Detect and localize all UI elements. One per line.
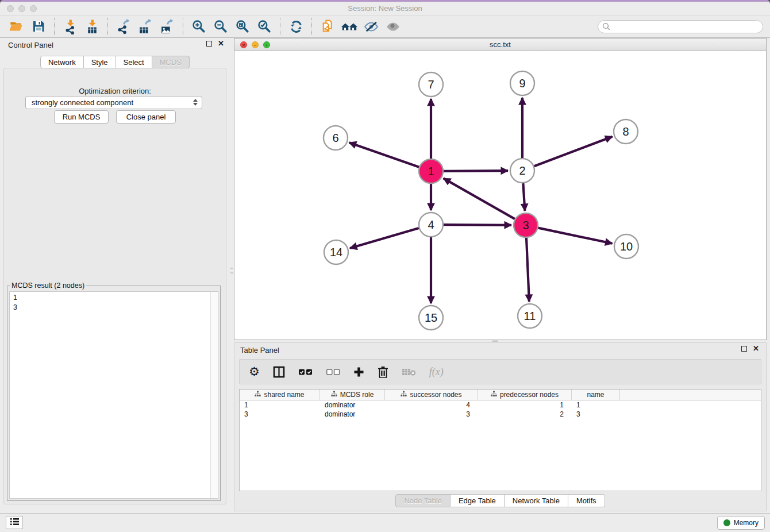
window-accent-border	[0, 0, 770, 2]
shared-column-icon	[401, 391, 407, 399]
add-column-icon[interactable]	[353, 363, 364, 380]
refresh-icon[interactable]	[285, 17, 307, 36]
first-neighbors-icon[interactable]	[338, 17, 360, 36]
show-all-icon[interactable]	[382, 17, 404, 36]
table-cell[interactable]: 2	[478, 410, 572, 419]
table-panel-tabs: Node TableEdge TableNetwork TableMotifs	[395, 494, 605, 507]
tab-node-table[interactable]: Node Table	[395, 494, 451, 507]
control-panel-header: Control Panel ✕	[0, 38, 230, 53]
edge-3-to-10[interactable]	[538, 228, 613, 244]
column-header-MCDS-role[interactable]: MCDS role	[320, 390, 385, 400]
status-bar: Memory	[0, 513, 770, 532]
table-header-row: shared nameMCDS rolesuccessor nodesprede…	[240, 390, 761, 400]
delete-column-icon[interactable]	[378, 363, 388, 380]
network-window-titlebar[interactable]: ✕ − + scc.txt	[234, 38, 766, 51]
network-view-window: ✕ − + scc.txt 7968124314101511	[234, 38, 767, 340]
tab-network[interactable]: Network	[40, 56, 84, 68]
window-title: Session: New Session	[0, 2, 770, 15]
mcds-result-textarea[interactable]: 13	[9, 291, 218, 499]
split-columns-icon[interactable]	[273, 363, 285, 380]
shared-column-icon	[255, 391, 261, 399]
gear-icon[interactable]: ⚙	[249, 363, 260, 380]
edge-2-to-8[interactable]	[534, 137, 613, 166]
tab-select[interactable]: Select	[116, 56, 152, 68]
memory-ok-icon	[723, 519, 730, 526]
hide-selected-icon[interactable]	[360, 17, 382, 36]
dropdown-selected-value: strongly connected component	[32, 98, 133, 107]
toolbar-separator	[54, 18, 55, 35]
application-window: Session: New Session Control Panel ✕ Net…	[0, 0, 770, 532]
import-table-icon[interactable]	[81, 17, 103, 36]
shared-column-icon	[331, 391, 337, 399]
table-cell[interactable]: 4	[385, 400, 478, 410]
zoom-in-icon[interactable]	[188, 17, 210, 36]
save-session-icon[interactable]	[28, 17, 49, 36]
title-bar: Session: New Session	[0, 2, 770, 16]
tab-mcds[interactable]: MCDS	[152, 56, 190, 68]
column-header-label: predecessor nodes	[500, 391, 559, 399]
new-network-from-selection-icon[interactable]	[317, 17, 338, 36]
table-panel-title: Table Panel	[240, 346, 279, 354]
tab-style[interactable]: Style	[84, 56, 116, 68]
tab-network-table[interactable]: Network Table	[505, 494, 568, 507]
table-cell[interactable]: 1	[240, 400, 320, 410]
search-field-wrap	[598, 20, 763, 33]
table-cell[interactable]: 3	[572, 410, 620, 419]
memory-status-button[interactable]: Memory	[717, 516, 765, 530]
column-header-shared-name[interactable]: shared name	[240, 390, 320, 400]
edge-1-to-6[interactable]	[349, 142, 419, 167]
column-header-successor-nodes[interactable]: successor nodes	[385, 390, 478, 400]
table-cell[interactable]: 1	[478, 400, 572, 410]
close-panel-button[interactable]: Close panel	[116, 110, 176, 124]
close-table-panel-icon[interactable]: ✕	[753, 346, 759, 352]
float-table-panel-icon[interactable]	[741, 346, 747, 352]
tab-edge-table[interactable]: Edge Table	[451, 494, 505, 507]
memory-label: Memory	[734, 519, 759, 527]
table-cell[interactable]: 3	[240, 410, 320, 419]
table-cell[interactable]: 1	[572, 400, 620, 410]
task-history-button[interactable]	[6, 516, 23, 529]
mcds-result-scrollbar[interactable]	[210, 292, 218, 498]
node-label-15: 15	[425, 311, 437, 324]
edge-3-to-11[interactable]	[526, 238, 529, 302]
node-label-9: 9	[519, 77, 525, 90]
tab-motifs[interactable]: Motifs	[568, 494, 605, 507]
table-cell[interactable]: dominator	[320, 410, 385, 419]
node-label-7: 7	[428, 78, 434, 91]
export-table-icon[interactable]	[134, 17, 156, 36]
list-icon	[10, 517, 20, 528]
toolbar-separator	[280, 18, 280, 35]
run-mcds-button[interactable]: Run MCDS	[54, 110, 109, 124]
column-header-name[interactable]: name	[572, 390, 620, 400]
table-row: 1dominator411	[240, 400, 761, 410]
edge-1-to-2[interactable]	[444, 171, 508, 171]
deselect-all-icon[interactable]	[326, 363, 340, 380]
table-cell[interactable]: 3	[385, 410, 478, 419]
node-label-4: 4	[428, 218, 434, 231]
export-image-icon[interactable]	[156, 17, 178, 36]
zoom-out-icon[interactable]	[210, 17, 232, 36]
node-label-3: 3	[522, 219, 529, 232]
open-session-icon[interactable]	[6, 17, 28, 36]
table-cell[interactable]: dominator	[320, 400, 385, 410]
column-header-predecessor-nodes[interactable]: predecessor nodes	[478, 390, 572, 400]
node-label-2: 2	[519, 164, 525, 177]
zoom-fit-icon[interactable]	[232, 17, 253, 36]
import-network-icon[interactable]	[59, 17, 81, 36]
table-panel: Table Panel ✕ ⚙f(x) shared nameMCDS role…	[234, 342, 767, 511]
search-input[interactable]	[598, 20, 763, 33]
export-network-icon[interactable]	[113, 17, 134, 36]
select-all-icon[interactable]	[298, 363, 313, 380]
edge-2-to-3[interactable]	[523, 183, 525, 211]
edge-3-to-1[interactable]	[444, 178, 515, 219]
close-panel-icon[interactable]: ✕	[218, 41, 224, 47]
edge-4-to-14[interactable]	[350, 228, 419, 248]
control-panel-title: Control Panel	[8, 41, 53, 49]
network-canvas-svg[interactable]: 7968124314101511	[234, 51, 766, 340]
vertical-splitter-grip[interactable]	[230, 264, 233, 277]
float-panel-icon[interactable]	[206, 41, 212, 47]
mcds-result-group: MCDS result (2 nodes) 13	[7, 282, 221, 501]
edge-4-to-3[interactable]	[444, 225, 511, 225]
optimization-criterion-dropdown[interactable]: strongly connected component	[25, 96, 202, 109]
zoom-selected-icon[interactable]	[253, 17, 275, 36]
